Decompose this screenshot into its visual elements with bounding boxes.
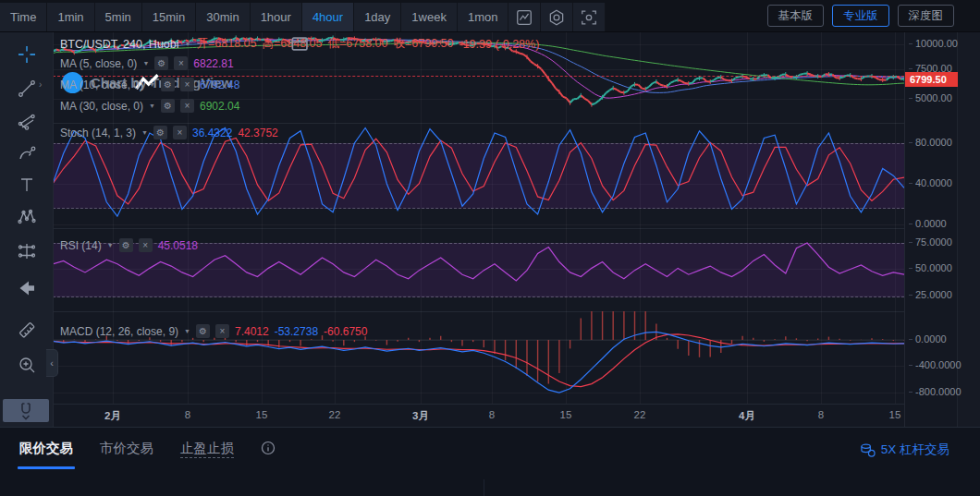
sidebar-collapse-handle[interactable]: ‹ [46, 349, 58, 377]
gear-icon[interactable]: ⚙ [161, 99, 175, 113]
time-axis[interactable]: 2月815223月815224月815 [53, 404, 904, 428]
axis-label: 50.0000 [909, 262, 952, 273]
tool-position[interactable] [11, 239, 43, 263]
time-label: 3月 [405, 409, 436, 423]
gear-icon[interactable]: ⚙ [153, 126, 167, 139]
ma-row: MA (30, close, 0)▼⚙×6902.04 [60, 99, 239, 113]
tool-magnet[interactable] [3, 399, 49, 422]
tool-brush[interactable] [11, 142, 43, 166]
rsi-dropdown-arrow[interactable]: ▼ [107, 242, 114, 248]
interval-5min[interactable]: 5min [95, 3, 142, 31]
stoch-dropdown-arrow[interactable]: ▼ [141, 129, 148, 136]
close-icon[interactable]: × [215, 324, 229, 338]
ma-dropdown-arrow[interactable]: ▼ [142, 60, 149, 67]
macd-header: MACD (12, 26, close, 9) ▼ ⚙ × 7.4012 -53… [60, 324, 367, 338]
time-label: 22 [319, 409, 350, 420]
tool-xabcd-pattern[interactable] [11, 205, 43, 229]
ruler-icon [16, 319, 38, 341]
interval-bar: Time 1min5min15min30min1hour4hour1day1we… [0, 3, 606, 31]
stoch-pane[interactable]: Stoch (14, 1, 3) ▼ ⚙ × 36.4322 42.3752 [53, 123, 904, 229]
ma-value: 6822.81 [193, 57, 233, 70]
axis-label: 80.0000 [909, 137, 952, 148]
arrow-left-icon [17, 278, 37, 298]
close-icon[interactable]: × [173, 126, 187, 139]
rsi-header: RSI (14) ▼ ⚙ × 45.0518 [60, 238, 198, 252]
crosshair-icon [17, 44, 37, 65]
price-axis[interactable]: 6799.50 10000.007500.005000.0080.000040.… [904, 31, 958, 427]
interval-1week[interactable]: 1week [401, 3, 458, 31]
time-label: 4月 [731, 409, 763, 423]
close-icon[interactable]: × [139, 238, 153, 252]
chart-area[interactable]: BTC/USDT, 240, Huobi ▼ 开=6818.05 高=6848.… [53, 31, 904, 427]
tool-trend-line[interactable] [11, 77, 43, 101]
price-pane[interactable]: BTC/USDT, 240, Huobi ▼ 开=6818.05 高=6848.… [53, 31, 904, 124]
macd-dropdown-arrow[interactable]: ▼ [184, 328, 190, 334]
position-tool-icon [17, 241, 37, 261]
version-button-option[interactable]: 基本版 [767, 5, 825, 27]
tab-market-order[interactable]: 市价交易 [100, 440, 153, 469]
interval-1hour[interactable]: 1hour [251, 3, 302, 31]
interval-15min[interactable]: 15min [142, 3, 196, 31]
top-toolbar: Time 1min5min15min30min1hour4hour1day1we… [0, 0, 980, 32]
ma-value: 6902.04 [200, 100, 239, 113]
interval-buttons: 1min5min15min30min1hour4hour1day1week1mo… [47, 3, 508, 31]
chevron-down-icon [23, 416, 30, 419]
axis-label: 75.0000 [909, 236, 952, 248]
tool-zoom-in[interactable] [11, 353, 43, 377]
tool-ruler[interactable] [11, 318, 43, 342]
text-icon [17, 175, 37, 195]
tool-text[interactable] [11, 173, 43, 197]
interval-4hour[interactable]: 4hour [302, 3, 354, 31]
gear-icon[interactable]: ⚙ [161, 78, 175, 91]
gear-icon[interactable]: ⚙ [154, 56, 168, 70]
pitchfork-icon [17, 112, 37, 132]
macd-hist-value: 7.4012 [235, 325, 269, 338]
ma-dropdown-arrow[interactable]: ▼ [149, 81, 155, 88]
time-label: 8 [172, 409, 203, 420]
interval-30min[interactable]: 30min [196, 3, 250, 31]
chart-style-button[interactable] [508, 3, 541, 31]
time-label: 8 [805, 409, 837, 420]
collapse-pane-icon[interactable] [60, 36, 539, 52]
symbol-header: BTC/USDT, 240, Huobi ▼ 开=6818.05 高=6848.… [60, 36, 539, 52]
tool-pitchfork[interactable] [11, 110, 43, 134]
gear-icon[interactable]: ⚙ [119, 238, 133, 252]
interval-1day[interactable]: 1day [354, 3, 401, 31]
stoch-label: Stoch (14, 1, 3) [60, 127, 136, 139]
magnifier-plus-icon [17, 355, 37, 375]
axis-label: 5000.00 [909, 92, 952, 103]
tool-undo[interactable] [11, 276, 43, 300]
close-icon[interactable]: × [180, 78, 194, 91]
chart-line-icon [515, 8, 533, 27]
leverage-label: 5X 杠杆交易 [881, 442, 949, 458]
snapshot-button[interactable] [573, 3, 606, 31]
version-switcher: 基本版专业版深度图 [767, 0, 980, 31]
macd-pane[interactable]: MACD (12, 26, close, 9) ▼ ⚙ × 7.4012 -53… [53, 311, 904, 404]
leverage-coins-icon [860, 442, 876, 457]
close-icon[interactable]: × [180, 99, 194, 113]
trading-app: Time 1min5min15min30min1hour4hour1day1we… [0, 0, 980, 496]
rsi-pane[interactable]: RSI (14) ▼ ⚙ × 45.0518 [53, 228, 904, 312]
stoch-header: Stoch (14, 1, 3) ▼ ⚙ × 36.4322 42.3752 [60, 126, 278, 139]
brush-icon [17, 144, 37, 164]
ma-dropdown-arrow[interactable]: ▼ [149, 103, 155, 109]
tab-stop-order[interactable]: 止盈止损 [180, 440, 234, 469]
version-button-option[interactable]: 深度图 [898, 5, 955, 27]
indicators-button[interactable] [541, 3, 573, 31]
last-price-tag: 6799.50 [905, 72, 958, 87]
axis-label: 0.0000 [909, 218, 947, 229]
axis-label: 40.0000 [909, 177, 952, 188]
gear-icon[interactable]: ⚙ [196, 324, 210, 338]
close-icon[interactable]: × [174, 56, 188, 70]
interval-1mon[interactable]: 1mon [458, 3, 509, 31]
tool-crosshair[interactable] [11, 42, 43, 67]
drawing-toolbar: › [0, 31, 54, 427]
tab-limit-order[interactable]: 限价交易 [19, 440, 73, 469]
axis-label: -400.0000 [909, 359, 962, 370]
info-icon[interactable] [261, 441, 276, 455]
interval-time[interactable]: Time [0, 3, 47, 31]
version-button-active[interactable]: 专业版 [832, 5, 889, 27]
time-label: 2月 [97, 409, 129, 423]
leverage-link[interactable]: 5X 杠杆交易 [860, 442, 949, 458]
interval-1min[interactable]: 1min [47, 3, 94, 31]
